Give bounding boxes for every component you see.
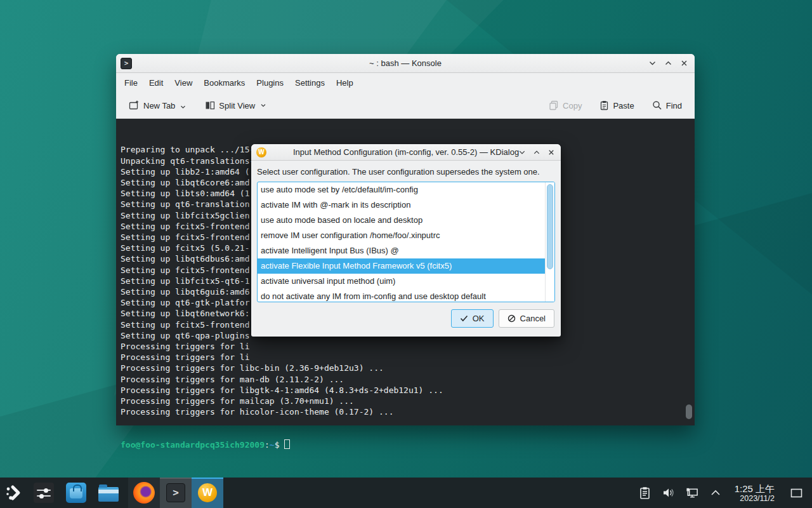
im-config-w-icon	[256, 147, 266, 157]
check-icon	[460, 315, 468, 322]
im-config-dialog: Input Method Configuration (im-config, v…	[251, 144, 561, 337]
menu-item-edit[interactable]: Edit	[143, 73, 169, 93]
cancel-label: Cancel	[520, 314, 546, 323]
clipboard-icon[interactable]	[638, 486, 652, 500]
dialog-close-icon[interactable]	[547, 148, 556, 157]
dialog-minimize-icon[interactable]	[518, 148, 527, 157]
toolbar: New Tab Split View Copy Paste	[116, 93, 695, 119]
taskbar-konsole[interactable]: >	[160, 478, 192, 508]
firefox-icon	[133, 482, 155, 504]
new-tab-button[interactable]: New Tab	[124, 97, 191, 114]
discover-icon	[66, 483, 86, 503]
dialog-list-item-6[interactable]: activate universal input method (uim)	[258, 274, 545, 289]
copy-button[interactable]: Copy	[544, 97, 587, 114]
taskbar-im-config[interactable]	[192, 478, 223, 508]
dialog-list-item-0[interactable]: use auto mode set by /etc/default/im-con…	[258, 182, 545, 197]
taskbar-clock[interactable]: 1:25 上午 2023/11/2	[735, 483, 775, 503]
show-desktop-button[interactable]	[788, 480, 804, 505]
discover-button[interactable]	[62, 478, 91, 508]
menu-item-view[interactable]: View	[169, 73, 198, 93]
terminal-scrollbar-thumb[interactable]	[686, 404, 692, 419]
minimize-icon[interactable]	[648, 59, 657, 68]
prompt-path: ~	[270, 440, 275, 450]
dialog-list-item-7[interactable]: do not activate any IM from im-config an…	[258, 289, 545, 302]
paste-button[interactable]: Paste	[594, 97, 639, 114]
menu-item-file[interactable]: File	[119, 73, 143, 93]
close-icon[interactable]	[679, 59, 688, 68]
prompt-symbol: $	[275, 440, 280, 450]
prompt-separator: :	[265, 440, 270, 450]
ok-button[interactable]: OK	[451, 309, 494, 328]
konsole-titlebar[interactable]: > ~ : bash — Konsole	[116, 54, 695, 73]
konsole-app-icon: >	[121, 58, 132, 69]
system-settings-button[interactable]	[29, 478, 58, 508]
terminal-line: Processing triggers for li	[121, 352, 695, 363]
terminal-line: Processing triggers for hicolor-icon-the…	[121, 406, 695, 417]
desktop: > ~ : bash — Konsole FileEditViewBookmar…	[0, 0, 812, 508]
copy-icon	[549, 100, 559, 110]
terminal-line: Processing triggers for libgtk-4-1:amd64…	[121, 385, 695, 396]
app-launcher-icon	[5, 485, 24, 501]
app-launcher-button[interactable]	[0, 478, 29, 508]
split-view-label: Split View	[219, 101, 255, 110]
dialog-titlebar[interactable]: Input Method Configuration (im-config, v…	[251, 144, 561, 161]
copy-label: Copy	[563, 101, 582, 110]
dialog-maximize-icon[interactable]	[532, 148, 541, 157]
new-tab-icon	[129, 100, 140, 110]
dialog-list-item-4[interactable]: activate Intelligent Input Bus (IBus) @	[258, 243, 545, 258]
terminal-line: Processing triggers for libc-bin (2.36-9…	[121, 363, 695, 373]
dialog-scrollbar-thumb[interactable]	[547, 184, 553, 269]
dialog-list-item-5[interactable]: activate Flexible Input Method Framework…	[258, 258, 545, 274]
folder-icon	[98, 487, 119, 502]
dialog-list-item-1[interactable]: activate IM with @-mark in its descripti…	[258, 197, 545, 213]
prompt-user-host: foo@foo-standardpcq35ich92009	[121, 440, 265, 450]
menu-item-help[interactable]: Help	[331, 73, 359, 93]
menu-item-plugins[interactable]: Plugins	[251, 73, 289, 93]
dialog-message: Select user configuration. The user conf…	[251, 161, 561, 182]
terminal-prompt: foo@foo-standardpcq35ich92009:~$	[121, 439, 695, 450]
new-tab-label: New Tab	[143, 101, 175, 110]
expand-tray-icon[interactable]	[709, 486, 723, 500]
clock-date: 2023/11/2	[735, 494, 775, 503]
konsole-window-title: ~ : bash — Konsole	[116, 58, 695, 68]
dialog-list-item-3[interactable]: remove IM user configuration /home/foo/.…	[258, 228, 545, 243]
dialog-list-item-2[interactable]: use auto mode based on locale and deskto…	[258, 213, 545, 228]
new-tab-caret-icon	[180, 102, 186, 109]
dialog-listbox[interactable]: use auto mode set by /etc/default/im-con…	[257, 182, 555, 302]
paste-label: Paste	[613, 101, 634, 110]
network-icon[interactable]	[685, 486, 699, 500]
terminal-line: Processing triggers for man-db (2.11.2-2…	[121, 374, 695, 385]
system-settings-icon	[34, 483, 54, 503]
find-button[interactable]: Find	[647, 97, 687, 114]
terminal-line: Processing triggers for li	[121, 341, 695, 352]
terminal-line: Processing triggers for mailcap (3.70+nm…	[121, 396, 695, 406]
taskbar-firefox[interactable]	[128, 478, 160, 508]
find-icon	[652, 100, 662, 110]
file-manager-button[interactable]	[94, 478, 123, 508]
terminal-cursor	[284, 439, 290, 449]
konsole-task-icon: >	[166, 483, 185, 502]
split-view-button[interactable]: Split View	[200, 97, 272, 114]
cancel-button[interactable]: Cancel	[499, 309, 554, 328]
dialog-scrollbar-track[interactable]	[545, 182, 554, 302]
split-view-icon	[205, 100, 215, 110]
find-label: Find	[666, 101, 682, 110]
taskbar: > 1:25 上午 2023/11/2	[0, 478, 812, 508]
cancel-icon	[508, 314, 516, 323]
show-desktop-icon	[790, 488, 802, 498]
menu-item-bookmarks[interactable]: Bookmarks	[198, 73, 251, 93]
maximize-icon[interactable]	[664, 59, 672, 68]
ok-label: OK	[473, 314, 485, 323]
volume-icon[interactable]	[662, 486, 676, 500]
dialog-title: Input Method Configuration (im-config, v…	[251, 147, 561, 157]
menu-item-settings[interactable]: Settings	[289, 73, 331, 93]
clock-time: 1:25 上午	[735, 483, 775, 494]
paste-icon	[599, 100, 609, 110]
split-view-caret-icon	[260, 102, 266, 109]
menu-bar: FileEditViewBookmarksPluginsSettingsHelp	[116, 73, 695, 93]
im-config-task-icon	[198, 483, 217, 502]
